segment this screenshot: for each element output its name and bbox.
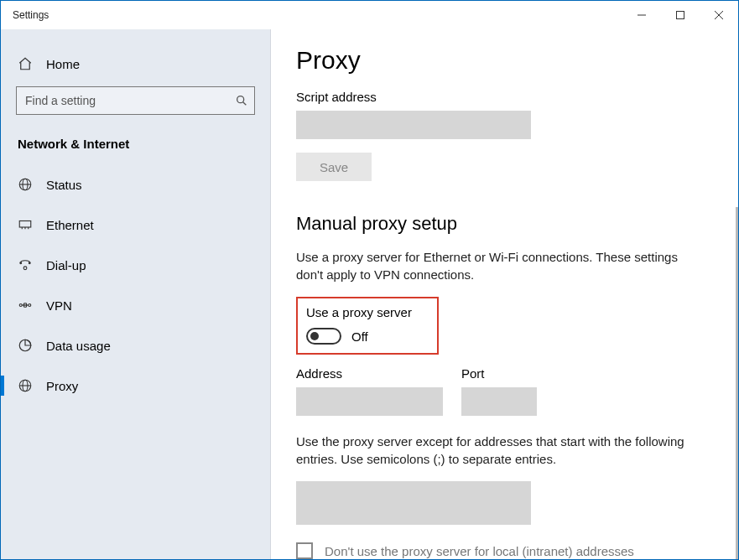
maximize-button[interactable] <box>661 1 700 29</box>
svg-point-4 <box>237 96 244 103</box>
bypass-local-checkbox[interactable] <box>296 542 313 559</box>
svg-line-5 <box>243 102 247 106</box>
home-icon <box>18 56 33 71</box>
minimize-button[interactable] <box>622 1 661 29</box>
address-col: Address <box>296 366 443 416</box>
sidebar-item-datausage[interactable]: Data usage <box>1 325 270 366</box>
address-input[interactable] <box>296 387 443 416</box>
address-label: Address <box>296 366 443 381</box>
sidebar-item-ethernet[interactable]: Ethernet <box>1 205 270 245</box>
home-label: Home <box>46 57 80 71</box>
sidebar-section-header: Network & Internet <box>1 132 270 164</box>
search-input[interactable] <box>16 86 255 115</box>
address-port-row: Address Port <box>296 366 713 416</box>
manual-intro-text: Use a proxy server for Ethernet or Wi-Fi… <box>296 248 690 283</box>
sidebar: Home Network & Internet Status Ether <box>1 29 271 559</box>
maximize-icon <box>676 11 684 19</box>
sidebar-item-label: Proxy <box>46 379 78 393</box>
search-icon <box>235 94 248 107</box>
script-address-input[interactable] <box>296 111 531 139</box>
exceptions-intro: Use the proxy server except for addresse… <box>296 433 690 468</box>
port-col: Port <box>461 366 537 416</box>
svg-point-14 <box>29 262 30 264</box>
svg-point-17 <box>29 304 31 307</box>
sidebar-item-proxy[interactable]: Proxy <box>1 366 270 406</box>
close-icon <box>715 11 723 19</box>
minimize-icon <box>638 11 646 19</box>
sidebar-item-dialup[interactable]: Dial-up <box>1 245 270 285</box>
close-button[interactable] <box>700 1 738 29</box>
svg-rect-1 <box>677 11 684 18</box>
toggle-knob-icon <box>310 332 319 340</box>
scrollbar[interactable] <box>736 207 738 559</box>
titlebar: Settings <box>1 1 738 29</box>
sidebar-item-label: Data usage <box>46 339 111 353</box>
sidebar-item-label: Dial-up <box>46 258 86 272</box>
svg-point-15 <box>23 267 27 270</box>
sidebar-item-label: Status <box>46 178 82 192</box>
bypass-local-row: Don't use the proxy server for local (in… <box>296 542 713 559</box>
window-buttons <box>622 1 738 29</box>
port-label: Port <box>461 366 537 381</box>
settings-window: Settings Home <box>0 0 739 560</box>
search-wrap <box>16 86 255 115</box>
main-content: Proxy Script address Save Manual proxy s… <box>271 29 738 559</box>
globe-icon <box>18 177 33 192</box>
exceptions-input[interactable] <box>296 481 531 525</box>
use-proxy-toggle-row: Off <box>306 328 429 345</box>
use-proxy-state: Off <box>351 329 368 344</box>
svg-point-16 <box>19 304 22 307</box>
dialup-icon <box>18 257 33 272</box>
save-button[interactable]: Save <box>296 153 372 181</box>
script-address-label: Script address <box>296 90 713 104</box>
ethernet-icon <box>18 217 33 232</box>
content-row: Home Network & Internet Status Ether <box>1 29 738 559</box>
window-title: Settings <box>13 9 49 21</box>
svg-rect-9 <box>19 221 31 228</box>
use-proxy-highlight: Use a proxy server Off <box>296 297 439 355</box>
sidebar-item-label: VPN <box>46 298 72 313</box>
manual-section-title: Manual proxy setup <box>296 213 713 235</box>
use-proxy-label: Use a proxy server <box>306 305 429 319</box>
sidebar-item-status[interactable]: Status <box>1 164 270 205</box>
port-input[interactable] <box>461 387 537 416</box>
page-title: Proxy <box>296 46 713 75</box>
svg-point-13 <box>20 262 22 264</box>
data-usage-icon <box>18 338 33 353</box>
bypass-local-label: Don't use the proxy server for local (in… <box>325 544 634 558</box>
sidebar-item-label: Ethernet <box>46 218 94 232</box>
proxy-icon <box>18 378 33 393</box>
vpn-icon <box>18 298 33 313</box>
sidebar-item-vpn[interactable]: VPN <box>1 285 270 325</box>
home-nav[interactable]: Home <box>1 48 270 86</box>
use-proxy-toggle[interactable] <box>306 328 341 345</box>
